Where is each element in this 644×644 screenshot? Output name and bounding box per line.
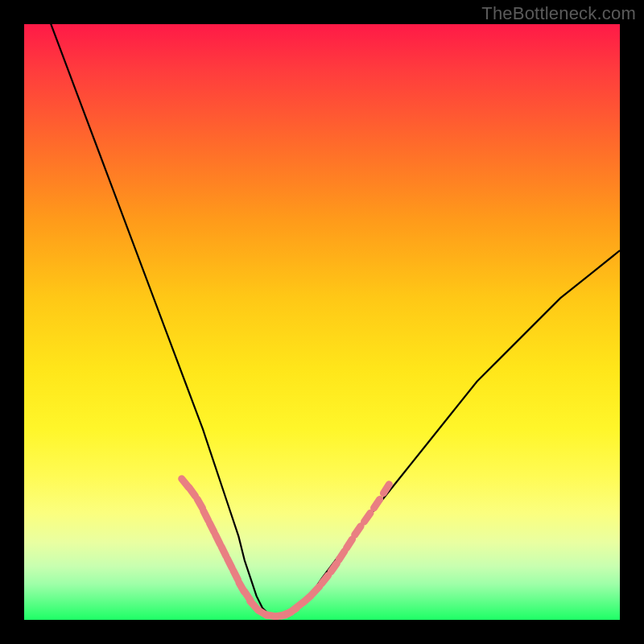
highlight-marker [355, 526, 361, 535]
highlight-marker [347, 539, 353, 548]
highlight-marker [221, 547, 226, 556]
highlight-marker [204, 511, 208, 521]
highlight-marker [374, 499, 380, 508]
highlight-marker [331, 564, 336, 572]
highlight-marker [209, 523, 214, 533]
highlight-marker [227, 559, 232, 568]
highlight-markers [182, 479, 390, 617]
curve-layer [24, 24, 620, 620]
highlight-marker [216, 535, 221, 544]
chart-frame: TheBottleneck.com [0, 0, 644, 644]
highlight-marker [189, 488, 196, 497]
highlight-marker [322, 576, 328, 584]
highlight-marker [197, 499, 202, 508]
highlight-marker [312, 586, 320, 594]
highlight-marker [339, 551, 345, 560]
highlight-marker [233, 571, 238, 580]
plot-area [24, 24, 620, 620]
watermark-text: TheBottleneck.com [481, 3, 636, 24]
bottleneck-curve [24, 24, 620, 617]
highlight-marker [383, 485, 389, 493]
highlight-marker [303, 596, 312, 603]
highlight-marker [365, 513, 371, 522]
